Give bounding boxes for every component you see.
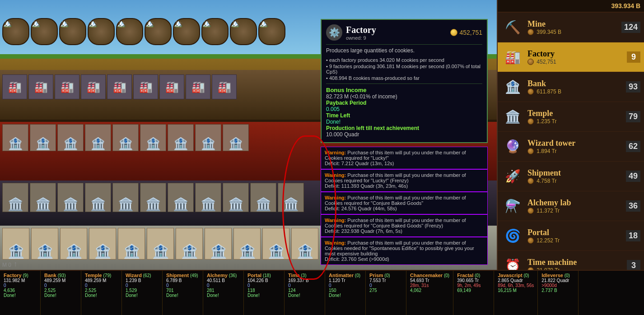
bank-building: 🏦 (112, 124, 139, 151)
sidebar-item-time-machine[interactable]: ⏰ Time machine 21.079 Tr 3 (498, 251, 644, 270)
bank-building: 🏦 (195, 124, 221, 151)
sidebar-item-mine[interactable]: ⛏️ Mine 399.345 B 124 (498, 13, 644, 42)
status-temple-val3: 2,525 (85, 288, 118, 293)
status-wizard-val2: 0 (126, 283, 159, 288)
bank-building-2: 🏦 (205, 228, 232, 259)
status-wizard-val1: 1.239 B (126, 278, 159, 283)
tooltip-stat-2: • 9 factories producing 306.181 M cookie… (326, 64, 482, 74)
status-alchemy-count: (36) (229, 273, 237, 278)
status-fractal-count: (0) (475, 273, 480, 278)
warning-deficit-5: Deficit: 23.760 Sext (>9000d) (325, 256, 389, 262)
status-shipment-val1: 6.789 B (166, 278, 199, 283)
factory-building: 🏭 (107, 74, 132, 99)
status-chancemaker-val2: 28m, 31s (410, 283, 449, 288)
bank-building-2: 🏦 (147, 228, 174, 259)
factory-building: 🏭 (28, 74, 53, 99)
status-wizard-val3: 1,529 (126, 288, 159, 293)
status-alchemy-done: Done! (207, 293, 240, 298)
factory-building: 🏭 (81, 74, 106, 99)
temple-cost-icon (527, 118, 534, 125)
time-left-label: Time Left (326, 112, 482, 119)
warning-title-3: Warning: (325, 195, 346, 200)
status-factory-val1: 131.982 M (4, 278, 37, 283)
coin-icon (450, 29, 457, 36)
wizard-cost-icon (527, 148, 534, 154)
sidebar-item-shipment[interactable]: 🚀 Shipment 4.758 Tr 49 (498, 162, 644, 191)
wizard-tower-name: Wizard tower (527, 139, 626, 148)
factory-name: Factory (527, 49, 627, 59)
status-portal-done: Done! (247, 293, 280, 298)
warning-title-2: Warning: (325, 172, 346, 178)
status-idleverse-val3: 2.737 B (541, 288, 574, 293)
temple-building: 🏛️ (168, 183, 194, 212)
portal-count: 18 (626, 230, 640, 241)
bank-building-2: 🏦 (31, 228, 58, 259)
status-alchemy-name: Alchemy (207, 273, 228, 278)
warning-title-5: Warning: (325, 240, 346, 246)
factory-building: 🏭 (186, 74, 210, 99)
status-alchemy-val1: 40.511 B (207, 278, 240, 283)
warning-deficit-4: Deficit: 232.938 Quadr (7h, 6m, 5s) (325, 228, 402, 234)
mine-building: 🏔️ (201, 18, 229, 45)
warning-text-2: Purchase of this item will put you under… (325, 172, 466, 183)
status-temple-done: Done! (85, 293, 118, 298)
status-shipment-done: Done! (166, 293, 199, 298)
status-javascript-val3: 16,215 M (498, 288, 534, 293)
payback-period-value: 0.005 (326, 106, 482, 112)
mine-cost-icon (527, 29, 534, 35)
arrow-up-icon: ↑ (14, 260, 17, 268)
wizard-tower-info: Wizard tower 1.894 Tr (527, 139, 626, 155)
status-temple-count: (79) (103, 273, 111, 278)
mine-building: 🏔️ (145, 18, 172, 45)
sidebar-item-wizard-tower[interactable]: 🔮 Wizard tower 1.894 Tr 62 (498, 132, 644, 162)
status-factory-done: Done! (4, 293, 37, 298)
sidebar-item-portal[interactable]: 🌀 Portal 12.252 Tr 18 (498, 221, 644, 251)
temple-count: 79 (626, 111, 640, 122)
status-portal-val1: 104.226 B (247, 278, 280, 283)
portal-info: Portal 12.252 Tr (527, 228, 626, 244)
status-time-val1: 169.337 B (288, 278, 321, 283)
temple-name: Temple (527, 109, 626, 118)
status-antimatter-done: Done! (329, 293, 362, 298)
tooltip-header: ⚙️ Factory owned: 9 452,751 (326, 24, 482, 41)
bank-building: 🏦 (168, 124, 194, 151)
status-temple-val1: 489.259 M (85, 278, 118, 283)
alchemy-lab-count: 36 (626, 200, 640, 212)
temple-building: 🏛️ (223, 183, 249, 212)
temple-building: 🏛️ (195, 183, 221, 212)
sidebar-item-factory[interactable]: 🏭 Factory 452,751 9 (498, 42, 644, 72)
factory-count: 9 (627, 51, 640, 63)
tooltip-stat-3: • 408.994 B cookies mass-produced so far (326, 75, 482, 81)
alchemy-lab-icon: ⚗️ (501, 195, 524, 218)
bank-building: 🏦 (57, 124, 84, 151)
status-shipment: Shipment (49) 6.789 B 0 701 Done! (163, 271, 203, 315)
factory-gear-icon: ⚙️ (326, 24, 342, 41)
status-factory-val2: 0 (4, 283, 37, 288)
status-idleverse-count: (0) (565, 273, 570, 278)
status-portal-val3: 118 (247, 288, 280, 293)
sidebar-item-alchemy-lab[interactable]: ⚗️ Alchemy lab 11.372 Tr 36 (498, 191, 644, 221)
production-value: 10.000 Quadr (326, 131, 482, 138)
mine-building: 🏔️ (230, 18, 257, 45)
temple-info: Temple 1.235 Tr (527, 109, 626, 125)
bonus-income-row: Bonus Income 82.723 M (<0.01% of income) (326, 87, 482, 100)
status-antimatter-val2: 0 (329, 283, 362, 288)
sidebar-item-temple[interactable]: 🏛️ Temple 1.235 Tr 79 (498, 102, 644, 132)
portal-name: Portal (527, 228, 626, 237)
warning-box-5: Warning: Purchase of this item will put … (321, 237, 488, 265)
bank-name: Bank (527, 79, 626, 88)
status-factory-count: (9) (23, 273, 28, 278)
status-factory: Factory (9) 131.982 M 0 4,636 Done! (0, 271, 41, 315)
factory-building: 🏭 (2, 74, 27, 99)
status-prism-val2: 0 (369, 283, 402, 288)
bank-building: 🏦 (85, 124, 111, 151)
status-wizard: Wizard (62) 1.239 B 0 1,529 Done! (122, 271, 163, 315)
status-bank-name: Bank (44, 273, 56, 278)
status-fractal-name: Fractal (457, 273, 473, 278)
sidebar-item-bank[interactable]: 🏦 Bank 611.875 B 93 (498, 72, 644, 102)
bank-building-2: 🏦 (233, 228, 261, 259)
alchemy-lab-cost: 11.372 Tr (527, 208, 626, 214)
status-alchemy-val3: 281 (207, 288, 240, 293)
payback-period-row: Payback Period 0.005 (326, 100, 482, 112)
status-temple-name: Temple (85, 273, 102, 278)
